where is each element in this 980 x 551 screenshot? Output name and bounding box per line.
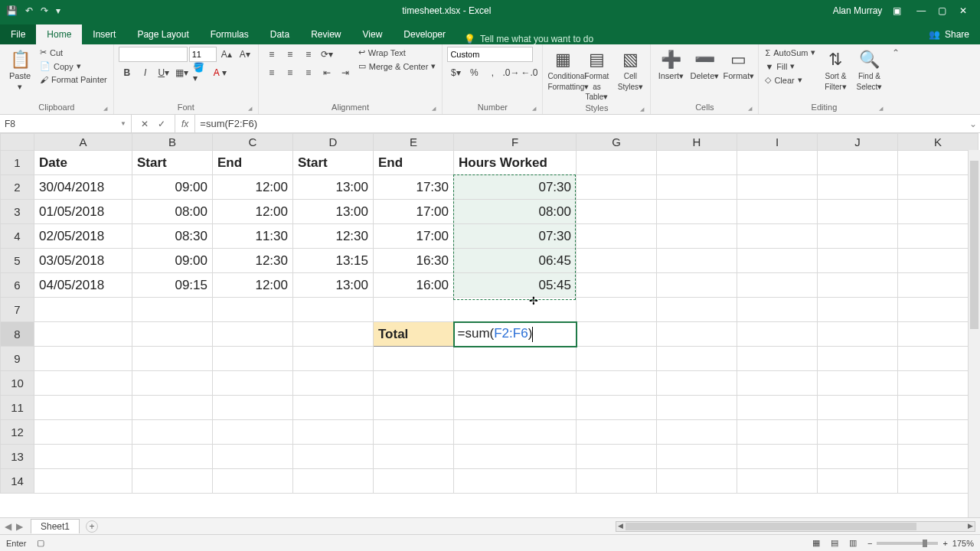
cell[interactable] — [818, 151, 898, 175]
format-cells-button[interactable]: ▭Format▾ — [723, 47, 753, 82]
cell[interactable] — [34, 445, 132, 469]
cell[interactable]: 07:30 — [454, 175, 577, 200]
conditional-formatting-button[interactable]: ▦Conditional Formatting▾ — [547, 47, 578, 92]
tab-developer[interactable]: Developer — [393, 24, 456, 44]
sheet-nav-next-icon[interactable]: ▶ — [16, 521, 23, 532]
cell[interactable] — [577, 249, 657, 273]
cell[interactable] — [898, 273, 978, 298]
align-mid-icon[interactable]: ≡ — [282, 47, 299, 62]
column-headers[interactable]: A B C D E F G H I J K — [1, 134, 978, 151]
cell[interactable] — [737, 445, 818, 469]
col-header[interactable]: A — [34, 134, 132, 151]
indent-dec-icon[interactable]: ⇤ — [318, 65, 335, 80]
clear-button[interactable]: ◇Clear ▾ — [763, 74, 817, 86]
cell[interactable] — [374, 396, 454, 420]
col-header[interactable]: H — [657, 134, 737, 151]
cell[interactable] — [818, 273, 898, 298]
tab-formulas[interactable]: Formulas — [200, 24, 260, 44]
cell[interactable] — [657, 249, 737, 273]
copy-button[interactable]: 📄Copy ▾ — [38, 60, 109, 72]
cell[interactable] — [818, 200, 898, 224]
orientation-icon[interactable]: ⟳▾ — [318, 47, 335, 62]
qat-more-icon[interactable]: ▾ — [56, 5, 60, 16]
cell[interactable] — [213, 469, 293, 494]
col-header[interactable]: I — [737, 134, 818, 151]
cell[interactable] — [657, 151, 737, 175]
cell[interactable] — [213, 396, 293, 420]
cell[interactable] — [577, 469, 657, 494]
cell[interactable] — [293, 347, 374, 371]
select-all-corner[interactable] — [1, 134, 34, 151]
fill-color-button[interactable]: 🪣▾ — [192, 65, 209, 80]
tab-page-layout[interactable]: Page Layout — [126, 24, 199, 44]
cell[interactable]: Start — [293, 151, 374, 175]
cell[interactable] — [818, 445, 898, 469]
cell[interactable]: 08:30 — [132, 224, 213, 249]
cell[interactable] — [34, 347, 132, 371]
cell[interactable] — [132, 347, 213, 371]
cell[interactable]: 02/05/2018 — [34, 224, 132, 249]
cell[interactable] — [898, 249, 978, 273]
cell[interactable] — [657, 371, 737, 396]
cell[interactable] — [213, 371, 293, 396]
cell[interactable] — [34, 322, 132, 347]
font-name-combo[interactable] — [119, 47, 188, 62]
font-size-combo[interactable] — [189, 47, 217, 62]
cell[interactable]: 11:30 — [213, 224, 293, 249]
cell[interactable] — [657, 175, 737, 200]
tell-me[interactable]: 💡Tell me what you want to do — [456, 34, 918, 44]
cell[interactable]: 17:00 — [374, 224, 454, 249]
cell[interactable] — [737, 469, 818, 494]
cell[interactable] — [657, 224, 737, 249]
col-header[interactable]: F — [454, 134, 577, 151]
merge-center-button[interactable]: ▭Merge & Center ▾ — [357, 60, 438, 72]
col-header[interactable]: B — [132, 134, 213, 151]
tab-insert[interactable]: Insert — [82, 24, 126, 44]
minimize-icon[interactable]: — — [912, 5, 930, 16]
col-header[interactable]: G — [577, 134, 657, 151]
sheet-tab[interactable]: Sheet1 — [31, 519, 80, 533]
cell[interactable] — [213, 445, 293, 469]
cell[interactable] — [34, 371, 132, 396]
cancel-formula-icon[interactable]: ✕ — [141, 119, 149, 129]
scrollbar-thumb[interactable] — [970, 161, 978, 329]
row-header[interactable]: 14 — [1, 469, 34, 494]
user-name[interactable]: Alan Murray — [833, 5, 883, 16]
number-format-combo[interactable] — [447, 47, 533, 62]
cell[interactable]: 05:45 — [454, 273, 577, 298]
cell[interactable] — [213, 298, 293, 322]
cell[interactable] — [132, 469, 213, 494]
cell[interactable] — [737, 175, 818, 200]
cell[interactable] — [577, 200, 657, 224]
cell[interactable]: 13:15 — [293, 249, 374, 273]
cell[interactable] — [818, 420, 898, 445]
row-header[interactable]: 3 — [1, 200, 34, 224]
cell[interactable] — [454, 445, 577, 469]
cell[interactable] — [737, 420, 818, 445]
sort-filter-button[interactable]: ⇅Sort & Filter▾ — [820, 47, 851, 92]
row-header[interactable]: 5 — [1, 249, 34, 273]
vertical-scrollbar[interactable] — [968, 150, 980, 517]
cell[interactable]: 08:00 — [454, 200, 577, 224]
cell[interactable] — [132, 298, 213, 322]
fill-button[interactable]: ▼Fill ▾ — [763, 60, 817, 72]
cell[interactable]: 09:00 — [132, 175, 213, 200]
cell[interactable] — [657, 420, 737, 445]
horizontal-scrollbar[interactable] — [616, 521, 975, 532]
collapse-ribbon-icon[interactable]: ⌃ — [889, 44, 903, 114]
cell[interactable]: Date — [34, 151, 132, 175]
align-bot-icon[interactable]: ≡ — [300, 47, 317, 62]
fx-icon[interactable]: fx — [175, 115, 195, 132]
cell[interactable] — [132, 371, 213, 396]
cell[interactable] — [293, 322, 374, 347]
col-header[interactable]: J — [818, 134, 898, 151]
cell[interactable]: 16:30 — [374, 249, 454, 273]
comma-icon[interactable]: , — [484, 65, 501, 80]
delete-cells-button[interactable]: ➖Delete▾ — [689, 47, 720, 82]
cell[interactable]: 30/04/2018 — [34, 175, 132, 200]
cell[interactable] — [577, 273, 657, 298]
tab-data[interactable]: Data — [260, 24, 300, 44]
cell[interactable] — [818, 371, 898, 396]
cell[interactable] — [454, 469, 577, 494]
expand-formula-bar-icon[interactable]: ⌄ — [966, 115, 980, 132]
